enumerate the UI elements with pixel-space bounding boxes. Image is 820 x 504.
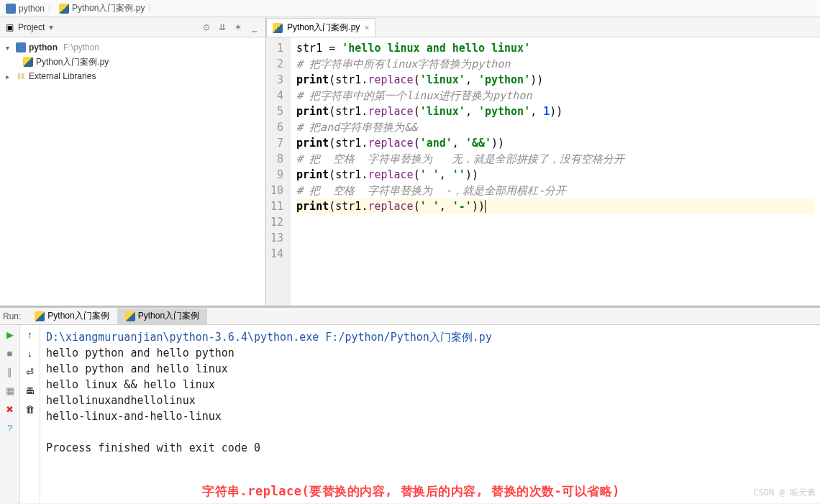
tree-root-path: F:\python — [63, 42, 99, 52]
stop-icon[interactable]: ■ — [4, 347, 17, 359]
python-file-icon — [273, 23, 283, 33]
dropdown-icon[interactable]: ▾ — [49, 22, 53, 32]
code-line[interactable]: # 把 空格 字符串替换为 无，就是全部拼接了，没有空格分开 — [296, 151, 814, 167]
chevron-icon: 〉 — [47, 2, 56, 14]
run-tab[interactable]: Python入门案例 — [27, 308, 117, 324]
tree-root[interactable]: ▾ python F:\python — [0, 40, 265, 55]
tree-file[interactable]: Python入门案例.py — [0, 55, 265, 69]
console-line — [46, 424, 814, 440]
code-line[interactable]: str1 = 'hello linux and hello linux' — [296, 40, 814, 56]
project-panel: ▣ Project ▾ ⊙ ⇊ ✶ ⎯ ▾ python F:\python P… — [0, 17, 266, 306]
code-line[interactable] — [296, 230, 814, 246]
run-toolbar-right: ↑ ↓ ⏎ 🖶 🗑 — [20, 325, 40, 503]
editor-tab[interactable]: Python入门案例.py × — [266, 18, 375, 37]
run-tab-label: Python入门案例 — [47, 310, 109, 322]
wrap-icon[interactable]: ⏎ — [24, 365, 37, 378]
up-icon[interactable]: ↑ — [24, 328, 37, 341]
close-icon[interactable]: × — [364, 23, 369, 33]
folder-icon — [6, 4, 16, 14]
code-line[interactable]: # 把 空格 字符串替换为 -，就是全部用横杠-分开 — [296, 183, 814, 198]
editor-tab-bar: Python入门案例.py × — [266, 17, 820, 37]
python-file-icon — [23, 57, 33, 67]
tree-root-name: python — [29, 42, 58, 52]
folder-icon — [16, 42, 26, 52]
chevron-icon: 〉 — [147, 2, 156, 14]
pause-icon[interactable]: ‖ — [4, 365, 17, 378]
hide-icon[interactable]: ⎯ — [248, 22, 260, 33]
code-line[interactable] — [296, 246, 814, 262]
python-file-icon — [35, 311, 45, 321]
target-icon[interactable]: ⊙ — [201, 22, 212, 33]
console-line: hello python and hello python — [46, 345, 814, 361]
code-line[interactable]: print(str1.replace('and', '&&')) — [296, 135, 814, 151]
run-label: Run: — [3, 311, 21, 321]
code-line[interactable]: print(str1.replace(' ', '-')) — [296, 198, 814, 214]
editor-body[interactable]: 1234567891011121314 str1 = 'hello linux … — [266, 37, 820, 306]
project-title: Project — [18, 22, 45, 32]
run-toolbar-left: ▶ ■ ‖ ▦ ✖ ? — [0, 325, 20, 503]
library-icon: ⦀⦀ — [16, 71, 26, 81]
breadcrumb-seg1: python — [19, 4, 45, 14]
breadcrumb-seg2: Python入门案例.py — [72, 2, 145, 14]
close-icon[interactable]: ✖ — [4, 403, 17, 416]
editor-tab-label: Python入门案例.py — [287, 22, 360, 34]
annotation-text: 字符串.replace(要替换的内容, 替换后的内容, 替换的次数-可以省略) — [202, 483, 620, 499]
code-line[interactable]: print(str1.replace(' ', '')) — [296, 167, 814, 183]
code-line[interactable] — [296, 214, 814, 230]
editor-panel: Python入门案例.py × 1234567891011121314 str1… — [266, 17, 820, 306]
code-line[interactable]: print(str1.replace('linux', 'python')) — [296, 72, 814, 88]
print-icon[interactable]: 🖶 — [24, 384, 37, 397]
down-icon[interactable]: ↓ — [24, 347, 37, 359]
tree-extlib-name: External Libraries — [29, 71, 96, 81]
main-area: ▣ Project ▾ ⊙ ⇊ ✶ ⎯ ▾ python F:\python P… — [0, 17, 820, 306]
gear-icon[interactable]: ✶ — [232, 22, 244, 33]
console[interactable]: D:\xiangmuruanjian\python-3.6.4\python.e… — [40, 325, 820, 503]
project-header: ▣ Project ▾ ⊙ ⇊ ✶ ⎯ — [0, 17, 265, 37]
console-line: hello-linux-and-hello-linux — [46, 408, 814, 424]
tree-file-name: Python入门案例.py — [36, 56, 109, 68]
console-line: hello linux && hello linux — [46, 377, 814, 393]
run-tab-label: Python入门案例 — [138, 310, 199, 322]
breadcrumb: python 〉 Python入门案例.py 〉 — [0, 0, 820, 17]
code-area[interactable]: str1 = 'hello linux and hello linux'# 把字… — [291, 37, 820, 306]
run-panel: Run: Python入门案例 Python入门案例 ▶ ■ ‖ ▦ ✖ ? ↑… — [0, 306, 820, 503]
code-line[interactable]: # 把字符串中的第一个linux进行替换为python — [296, 88, 814, 104]
code-line[interactable]: print(str1.replace('linux', 'python', 1)… — [296, 104, 814, 119]
run-tab-active[interactable]: Python入门案例 — [117, 308, 207, 324]
layout-icon[interactable]: ▦ — [4, 384, 17, 397]
expand-icon[interactable]: ▾ — [6, 44, 13, 52]
run-body: ▶ ■ ‖ ▦ ✖ ? ↑ ↓ ⏎ 🖶 🗑 D:\xiangmuruanjian… — [0, 325, 820, 503]
code-line[interactable]: # 把字符串中所有linux字符替换为python — [296, 56, 814, 72]
code-line[interactable]: # 把and字符串替换为&& — [296, 119, 814, 135]
console-line: Process finished with exit code 0 — [46, 440, 814, 456]
console-line: hello python and hello linux — [46, 361, 814, 377]
run-header: Run: Python入门案例 Python入门案例 — [0, 308, 820, 325]
console-cmd: D:\xiangmuruanjian\python-3.6.4\python.e… — [46, 329, 814, 345]
expand-icon[interactable]: ▸ — [6, 73, 13, 81]
breadcrumb-folder[interactable]: python — [6, 4, 45, 14]
project-tree[interactable]: ▾ python F:\python Python入门案例.py ▸ ⦀⦀ Ex… — [0, 37, 265, 306]
python-file-icon — [59, 4, 69, 14]
project-view-icon[interactable]: ▣ — [6, 22, 14, 32]
console-line: hellolinuxandhellolinux — [46, 393, 814, 408]
trash-icon[interactable]: 🗑 — [24, 403, 37, 416]
breadcrumb-file[interactable]: Python入门案例.py — [59, 2, 145, 14]
gutter: 1234567891011121314 — [266, 37, 291, 306]
collapse-icon[interactable]: ⇊ — [217, 22, 228, 33]
help-icon[interactable]: ? — [4, 421, 17, 434]
tree-external-libs[interactable]: ▸ ⦀⦀ External Libraries — [0, 69, 265, 83]
watermark: CSDN @ 唯元素 — [753, 485, 816, 500]
python-file-icon — [125, 311, 135, 321]
rerun-icon[interactable]: ▶ — [4, 328, 17, 341]
